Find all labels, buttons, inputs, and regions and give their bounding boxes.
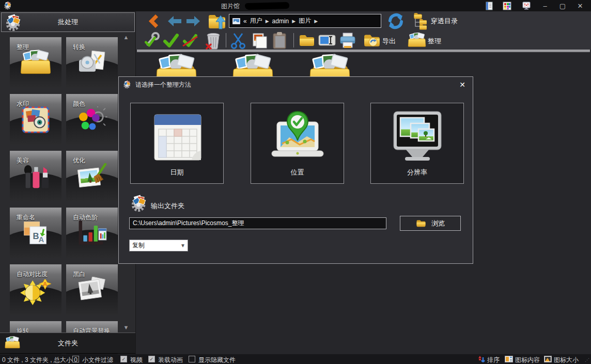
location-icon — [267, 107, 329, 168]
print-icon[interactable] — [339, 32, 356, 50]
option-location[interactable]: 位置 — [251, 103, 344, 184]
sidebar-batch-panel: 批处理 ▲ ▼ 整理 转换 水印 — [0, 11, 136, 354]
sidebar-tile-rename[interactable]: 重命名 B A — [10, 208, 61, 258]
dialog-app-icon — [123, 81, 131, 89]
tile-label: 重命名 — [17, 213, 35, 222]
titlebar: 图片馆 – ▢ ✕ — [0, 0, 591, 11]
icon-content-label[interactable]: 图标内容 — [515, 356, 540, 364]
deselect-check-icon[interactable] — [182, 33, 198, 49]
tile-label: 颜色 — [73, 100, 85, 108]
sidebar-tile-auto-contrast[interactable]: 自动对比度 A — [10, 264, 61, 315]
sidebar-tile-optimize[interactable]: 优化 — [66, 151, 118, 201]
address-thumb-icon — [232, 18, 240, 24]
organize-label[interactable]: 整理 — [428, 37, 441, 46]
paste-clipboard-icon[interactable] — [272, 32, 287, 50]
sort-icon[interactable] — [478, 355, 485, 363]
new-folder-icon[interactable] — [299, 33, 315, 48]
copy-mode-value: 复制 — [130, 241, 178, 250]
svg-text:A: A — [43, 281, 48, 288]
output-path-input[interactable] — [129, 217, 386, 229]
breadcrumb-sep-icon: ▶ — [314, 19, 318, 24]
folders-button[interactable]: 文件夹 — [0, 333, 136, 354]
nav-left-icon[interactable] — [167, 15, 182, 27]
icon-content-icon[interactable] — [505, 356, 513, 362]
resize-grip[interactable]: ⋰ — [585, 357, 590, 362]
passthrough-label[interactable]: 穿透目录 — [431, 17, 458, 26]
color-dots-icon — [76, 106, 107, 132]
delete-trash-icon[interactable] — [205, 32, 221, 50]
output-folder-label: 输出文件夹 — [151, 201, 184, 211]
sidebar-header: 批处理 — [1, 12, 135, 32]
icon-size-icon[interactable] — [544, 356, 552, 362]
folder-tree-icon[interactable] — [411, 12, 430, 30]
load-animation-label[interactable]: 装载动画 — [158, 356, 183, 364]
breadcrumb-admin[interactable]: admin — [272, 18, 289, 25]
breadcrumb-sep-icon: ▶ — [266, 19, 269, 24]
folder-up-icon[interactable] — [208, 12, 226, 30]
browse-button-label: 浏览 — [431, 219, 445, 228]
sidebar-header-label: 批处理 — [2, 18, 134, 27]
small-file-filter-label[interactable]: 小文件过滤 — [82, 356, 113, 364]
cut-scissors-icon[interactable] — [230, 33, 246, 49]
convert-icon — [77, 50, 107, 75]
sidebar-tile-auto-levels[interactable]: 自动色阶 — [66, 208, 118, 258]
show-hidden-checkbox[interactable] — [189, 356, 195, 362]
statusbar: 0 文件 , 3 文件夹 , 总大小 0 小文件过滤 ✓ 视频 ✓ 装载动画 显… — [0, 354, 591, 364]
sort-label[interactable]: 排序 — [487, 356, 500, 364]
rename-ba-icon: B A — [22, 220, 49, 246]
watermark-stamp-icon — [22, 106, 50, 133]
tile-label: 转换 — [73, 43, 85, 52]
palette-grid-icon[interactable] — [503, 2, 511, 10]
load-animation-checkbox[interactable]: ✓ — [148, 356, 155, 362]
app-window: 图片馆 – ▢ ✕ 批处理 ▲ ▼ — [0, 0, 591, 364]
breadcrumb-users[interactable]: 用户 — [250, 17, 262, 25]
export-label[interactable]: 导出 — [382, 37, 396, 46]
video-label[interactable]: 视频 — [130, 356, 143, 364]
small-file-filter-checkbox[interactable] — [72, 356, 79, 362]
show-hidden-label[interactable]: 显示隐藏文件 — [198, 356, 236, 364]
sidebar-tile-beauty[interactable]: 美容 — [10, 151, 61, 201]
copy-mode-select[interactable]: 复制 ▼ — [129, 240, 188, 251]
option-date[interactable]: 日期 — [130, 103, 224, 184]
copy-icon[interactable] — [251, 33, 268, 49]
notes-icon[interactable] — [485, 2, 493, 10]
option-resolution[interactable]: 分辨率 — [370, 103, 464, 184]
toolbar-separator — [226, 33, 226, 48]
output-gear-icon — [130, 195, 148, 212]
browse-button[interactable]: 浏览 — [400, 216, 461, 231]
option-date-label: 日期 — [131, 168, 223, 177]
tile-label: 优化 — [73, 156, 85, 165]
minimize-button[interactable]: – — [540, 2, 550, 10]
maximize-button[interactable]: ▢ — [558, 2, 567, 10]
video-checkbox[interactable]: ✓ — [120, 356, 127, 362]
option-location-label: 位置 — [251, 168, 344, 177]
organize-button-icon[interactable] — [407, 31, 427, 49]
breadcrumb-pictures[interactable]: 图片 — [299, 17, 311, 25]
scroll-up-icon[interactable]: ▲ — [122, 33, 130, 41]
toolbar-separator — [293, 33, 294, 48]
sidebar-tile-watermark[interactable]: 水印 — [10, 94, 61, 145]
back-icon[interactable] — [146, 13, 161, 29]
breadcrumb-sep-icon: ▶ — [292, 19, 296, 24]
screen-capture-icon[interactable] — [522, 2, 531, 10]
tile-label: 自动色阶 — [73, 213, 98, 222]
sidebar-tile-organize[interactable]: 整理 — [10, 37, 61, 88]
address-bar[interactable]: « 用户 ▶ admin ▶ 图片 ▶ — [229, 14, 381, 28]
beauty-cosmetics-icon — [22, 163, 49, 189]
settings-check-icon[interactable] — [144, 32, 160, 49]
chevron-down-icon: ▼ — [178, 243, 188, 248]
icon-size-label[interactable]: 图标大小 — [554, 356, 579, 364]
sidebar-tile-black-white[interactable]: 黑白 — [66, 264, 118, 315]
tile-label: 美容 — [17, 156, 29, 165]
resolution-icon — [386, 107, 448, 168]
nav-right-icon[interactable] — [185, 15, 201, 27]
scroll-down-icon[interactable]: ▼ — [122, 323, 130, 331]
close-button[interactable]: ✕ — [576, 2, 585, 10]
select-all-check-icon[interactable] — [163, 33, 179, 49]
sidebar-tile-color[interactable]: 颜色 — [66, 94, 118, 145]
refresh-icon[interactable] — [387, 12, 405, 30]
export-icon[interactable] — [363, 32, 381, 49]
sidebar-tile-convert[interactable]: 转换 — [66, 37, 118, 88]
dialog-close-icon[interactable]: ✕ — [458, 81, 466, 89]
rename-field-icon[interactable] — [318, 34, 336, 46]
